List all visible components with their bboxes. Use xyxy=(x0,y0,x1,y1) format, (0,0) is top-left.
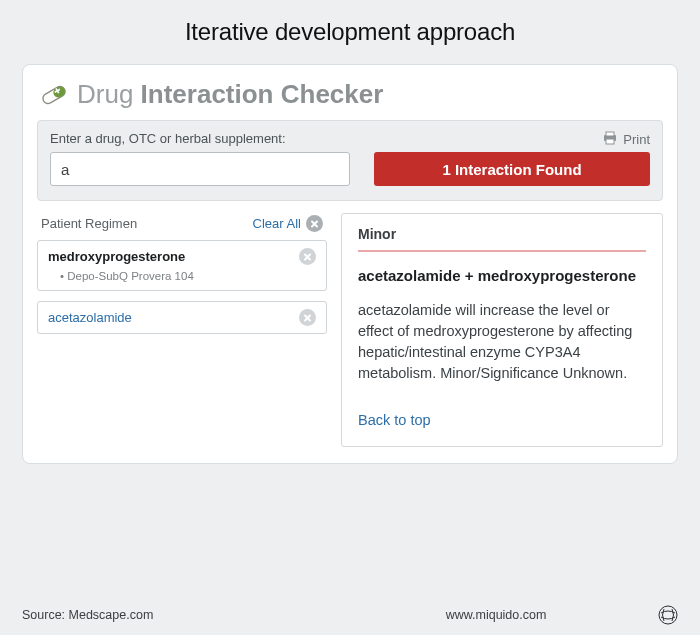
pill-icon xyxy=(39,83,69,107)
regimen-title: Patient Regimen xyxy=(41,216,137,231)
app-header: Drug Interaction Checker xyxy=(37,75,663,120)
page-footer: Source: Medscape.com www.miquido.com xyxy=(0,605,700,625)
svg-point-7 xyxy=(659,606,677,624)
app-card: Drug Interaction Checker Enter a drug, O… xyxy=(22,64,678,464)
print-label: Print xyxy=(623,132,650,147)
miquido-logo-icon xyxy=(654,605,678,625)
severity-label: Minor xyxy=(358,226,646,252)
svg-rect-6 xyxy=(606,139,614,144)
search-label: Enter a drug, OTC or herbal supplement: xyxy=(50,131,286,146)
remove-drug-button[interactable] xyxy=(299,309,316,326)
regimen-item: acetazolamide xyxy=(37,301,327,334)
interactions-found-button[interactable]: 1 Interaction Found xyxy=(374,152,650,186)
footer-site: www.miquido.com xyxy=(338,608,654,622)
drug-name[interactable]: medroxyprogesterone xyxy=(48,249,185,264)
remove-drug-button[interactable] xyxy=(299,248,316,265)
drug-subname: Depo-SubQ Provera 104 xyxy=(38,270,326,290)
search-panel: Enter a drug, OTC or herbal supplement: … xyxy=(37,120,663,201)
clear-all-label: Clear All xyxy=(253,216,301,231)
back-to-top-link[interactable]: Back to top xyxy=(358,412,646,428)
svg-rect-5 xyxy=(606,132,614,136)
close-icon xyxy=(306,215,323,232)
footer-source: Source: Medscape.com xyxy=(22,608,338,622)
regimen-item: medroxyprogesterone Depo-SubQ Provera 10… xyxy=(37,240,327,291)
interaction-combo: acetazolamide + medroxyprogesterone xyxy=(358,266,646,286)
patient-regimen-panel: Patient Regimen Clear All medroxyprogest… xyxy=(37,213,327,447)
print-icon xyxy=(602,131,618,148)
interaction-detail-panel: Minor acetazolamide + medroxyprogesteron… xyxy=(341,213,663,447)
app-title: Drug Interaction Checker xyxy=(77,79,383,110)
interaction-description: acetazolamide will increase the level or… xyxy=(358,300,646,384)
drug-name[interactable]: acetazolamide xyxy=(48,310,132,325)
drug-search-input[interactable] xyxy=(50,152,350,186)
clear-all-button[interactable]: Clear All xyxy=(253,215,323,232)
page-title: Iterative development approach xyxy=(0,18,700,46)
print-button[interactable]: Print xyxy=(602,131,650,148)
